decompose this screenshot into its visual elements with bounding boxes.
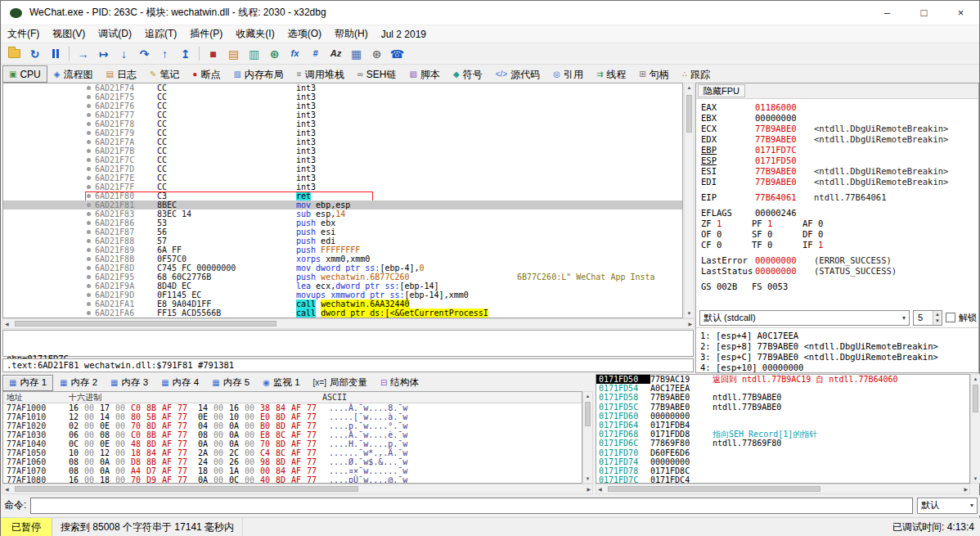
- flag-zf[interactable]: ZF 1: [701, 218, 752, 229]
- dump-row[interactable]: 77AF106008000A00D88BAF7724002600988DAF77…: [3, 457, 582, 466]
- disasm-row[interactable]: 6AD21F78CCint3: [3, 119, 682, 128]
- tab-script[interactable]: ▧脚本: [403, 65, 447, 83]
- scroll-thumb[interactable]: [973, 385, 978, 412]
- scroll-thumb[interactable]: [15, 321, 276, 327]
- register-edx[interactable]: EDX77B9ABE0<ntdll.DbgUiRemoteBreakin>: [701, 134, 978, 145]
- disasm-row[interactable]: 6AD21F7DCCint3: [3, 164, 682, 173]
- dump-row[interactable]: 77AF103006000800C08BAF7708000A00E88CAF77…: [3, 430, 582, 439]
- tab-dump-3[interactable]: ▦内存 3: [104, 375, 155, 391]
- tab-dump-5[interactable]: ▦内存 5: [205, 375, 256, 391]
- restart-button[interactable]: ↻: [25, 45, 44, 63]
- flag-tf[interactable]: TF 0: [752, 240, 802, 250]
- command-input[interactable]: [30, 498, 913, 514]
- strings-button[interactable]: Az: [326, 45, 345, 63]
- scroll-right-icon[interactable]: ▶: [585, 485, 592, 493]
- spinner-arrows[interactable]: ▲ ▼: [933, 311, 942, 325]
- unlock-checkbox[interactable]: [946, 313, 955, 322]
- stack-row[interactable]: 0171FD6C77869F80ntdll.77869F80: [596, 439, 969, 448]
- tab-memory-map[interactable]: ▥内存布局: [227, 65, 290, 83]
- stack-row[interactable]: 0171FD70D60FE6D6: [596, 448, 969, 457]
- tab-references[interactable]: ◎引用: [546, 65, 590, 83]
- run-to-user-code-button[interactable]: ↦: [94, 45, 113, 63]
- step-out-button[interactable]: ↑: [155, 45, 174, 63]
- menu-item-4[interactable]: 插件(P): [183, 25, 229, 43]
- dump-row[interactable]: 77AF100016001700C08BAF77140016003884AF77…: [3, 403, 582, 412]
- pause-button[interactable]: [46, 45, 65, 63]
- disasm-row[interactable]: 6AD21F9A8D4D EClea ecx,dword ptr ss:[ebp…: [3, 282, 682, 291]
- tab-graph[interactable]: ◈流程图: [47, 65, 100, 83]
- argument-row[interactable]: 1: [esp+4] A0C17EEA: [700, 331, 978, 341]
- tab-cpu[interactable]: ▣CPU: [2, 65, 47, 83]
- argument-row[interactable]: 3: [esp+C] 77B9ABE0 <ntdll.DbgUiRemoteBr…: [700, 352, 978, 363]
- scroll-up-icon[interactable]: ▲: [686, 83, 694, 92]
- dump-horizontal-scrollbar[interactable]: ◀ ▶: [2, 484, 593, 494]
- scroll-down-icon[interactable]: ▼: [584, 475, 592, 483]
- tab-notes[interactable]: ✎笔记: [143, 65, 186, 83]
- tab-dump-1[interactable]: ▦内存 1: [2, 375, 53, 391]
- scroll-down-icon[interactable]: ▼: [972, 475, 980, 483]
- tab-call-stack[interactable]: ≡调用堆栈: [290, 65, 351, 83]
- run-button[interactable]: →: [74, 45, 92, 63]
- scroll-thumb[interactable]: [686, 95, 692, 133]
- disasm-row[interactable]: 6AD21FA6FF15 ACD5566Bcall dword ptr ds:[…: [3, 309, 682, 318]
- register-eax[interactable]: EAX01186000: [701, 102, 978, 113]
- flag-fs[interactable]: FS 0053: [752, 282, 802, 292]
- stack-row[interactable]: 0171FD5877B9ABE0ntdll.77B9ABE0: [596, 393, 969, 402]
- stack-row[interactable]: 0171FD7C0171FDC4: [596, 475, 969, 484]
- menu-item-1[interactable]: 视图(V): [46, 25, 92, 43]
- register-esi[interactable]: ESI77B9ABE0<ntdll.DbgUiRemoteBreakin>: [701, 166, 978, 177]
- disasm-row[interactable]: 6AD21F896A FFpush FFFFFFFF: [3, 245, 682, 254]
- dump-row[interactable]: 77AF10801600180070D9AF770A000C00408DAF77…: [3, 475, 582, 484]
- stack-row[interactable]: 0171FD5C77B9ABE0ntdll.77B9ABE0: [596, 403, 969, 412]
- disasm-row[interactable]: 6AD21F80C3ret: [3, 191, 682, 200]
- dump-row[interactable]: 77AF107008000A00A4D7AF7718001A000084AF77…: [3, 466, 582, 475]
- dump-row[interactable]: 77AF10400C000E00488DAF770A000A00708DAF77…: [3, 439, 582, 448]
- memory-map-button[interactable]: ▤: [224, 45, 243, 63]
- stack-row[interactable]: 0171FD780171FD8C: [596, 466, 969, 475]
- disasm-row[interactable]: 6AD21F818BECmov ebp,esp: [3, 200, 682, 209]
- disasm-row[interactable]: 6AD21F9568 60C2776Bpush wechatwin.6B77C2…: [3, 273, 682, 282]
- tab-breakpoints[interactable]: ●断点: [186, 65, 227, 83]
- flag-pf[interactable]: PF 1: [752, 218, 802, 229]
- disasm-row[interactable]: 6AD21F8DC745 FC 00000000mov dword ptr ss…: [3, 263, 682, 273]
- dump-vertical-scrollbar[interactable]: ▲ ▼: [582, 391, 593, 484]
- menu-item-3[interactable]: 追踪(T): [138, 25, 183, 43]
- tab-handles[interactable]: ⊞句柄: [632, 65, 675, 83]
- tab-threads[interactable]: ⇉线程: [590, 65, 632, 83]
- disasm-row[interactable]: 6AD21FA1E8 9A04D1FFcall wechatwin.6AA324…: [3, 300, 682, 309]
- scroll-right-icon[interactable]: ▶: [962, 485, 969, 493]
- scroll-down-icon[interactable]: ▼: [686, 309, 694, 318]
- register-edi[interactable]: EDI77B9ABE0<ntdll.DbgUiRemoteBreakin>: [701, 177, 978, 187]
- flag-af[interactable]: AF 0: [802, 218, 853, 229]
- tab-watch-1[interactable]: ◉监视 1: [256, 375, 306, 391]
- tab-dump-2[interactable]: ▦内存 2: [53, 375, 104, 391]
- disasm-row[interactable]: 6AD21F7ACCint3: [3, 137, 682, 146]
- menu-item-6[interactable]: 选项(O): [281, 25, 328, 43]
- flag-cf[interactable]: CF 0: [701, 240, 752, 250]
- tab-dump-4[interactable]: ▦内存 4: [155, 375, 205, 391]
- disasm-row[interactable]: 6AD21F7ECCint3: [3, 173, 682, 182]
- scroll-thumb[interactable]: [585, 402, 591, 426]
- disasm-row[interactable]: 6AD21F8B0F57C0xorps xmm0,xmm0: [3, 254, 682, 263]
- disasm-row[interactable]: 6AD21F7FCCint3: [3, 182, 682, 191]
- register-lasterror[interactable]: LastError00000000(ERROR_SUCCESS): [701, 255, 978, 266]
- scroll-thumb[interactable]: [608, 486, 820, 492]
- scroll-left-icon[interactable]: ◀: [596, 485, 604, 493]
- stop-button[interactable]: ■: [204, 45, 223, 63]
- menu-item-2[interactable]: 调试(D): [92, 25, 138, 43]
- hide-fpu-button[interactable]: 隐藏FPU: [698, 84, 745, 97]
- register-ebx[interactable]: EBX00000000: [701, 113, 978, 124]
- disasm-vertical-scrollbar[interactable]: ▲ ▼: [684, 83, 695, 318]
- flag-sf[interactable]: SF 0: [752, 229, 802, 240]
- menu-item-7[interactable]: 帮助(H): [328, 25, 375, 43]
- scroll-right-icon[interactable]: ▶: [686, 320, 694, 328]
- register-eip[interactable]: EIP77B64061ntdll.77B64061: [701, 192, 978, 203]
- disasm-row[interactable]: 6AD21F76CCint3: [3, 101, 682, 110]
- tab-trace[interactable]: ∴跟踪: [676, 65, 717, 83]
- stack-vertical-scrollbar[interactable]: ▲ ▼: [970, 374, 980, 484]
- tab-source[interactable]: </>源代码: [489, 65, 546, 83]
- disasm-horizontal-scrollbar[interactable]: ◀ ▶: [2, 318, 695, 329]
- register-laststatus[interactable]: LastStatus00000000(STATUS_SUCCESS): [701, 266, 978, 277]
- disasm-row[interactable]: 6AD21F8756push esi: [3, 227, 682, 236]
- log-button[interactable]: ▥: [245, 45, 263, 63]
